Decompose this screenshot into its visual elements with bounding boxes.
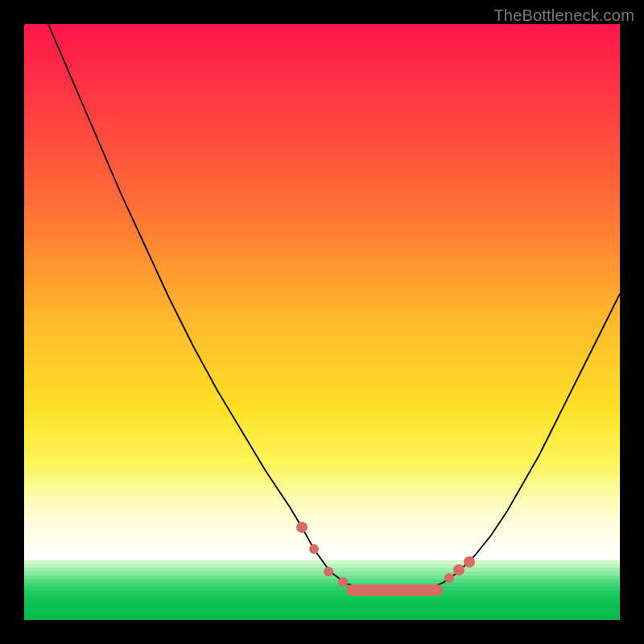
- curve-marker: [324, 567, 333, 576]
- curve-marker: [309, 544, 319, 554]
- bottleneck-curve-svg: [24, 24, 620, 620]
- curve-right-branch: [443, 294, 620, 583]
- curve-marker: [296, 522, 308, 533]
- curve-marker: [444, 573, 454, 583]
- plot-area: [24, 24, 620, 620]
- curve-left-branch: [48, 24, 374, 589]
- curve-marker: [464, 556, 475, 568]
- min-marker-bar: [346, 584, 443, 596]
- curve-marker: [453, 564, 464, 576]
- curve-marker: [338, 577, 348, 587]
- watermark-text: TheBottleneck.com: [493, 6, 634, 25]
- curve-markers: [296, 522, 475, 587]
